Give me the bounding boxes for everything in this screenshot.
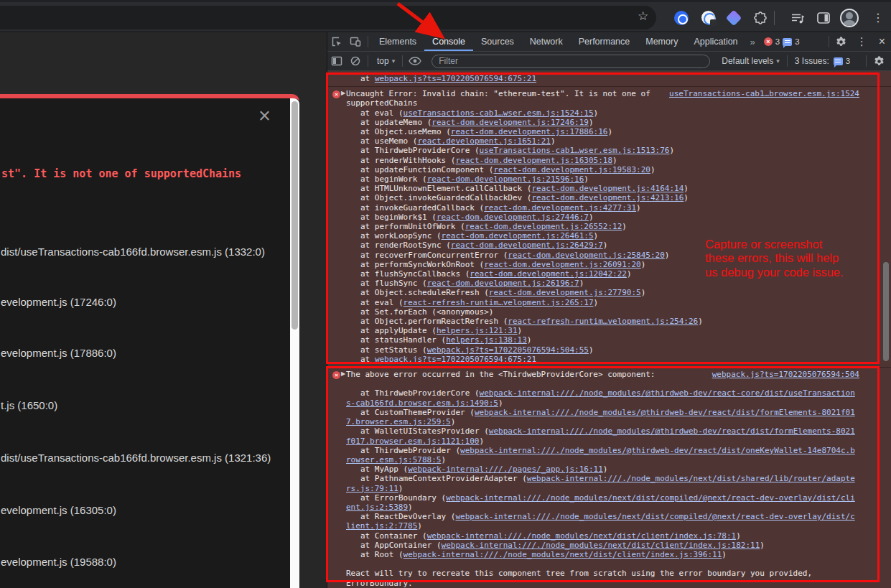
side-panel-icon[interactable] [817,12,830,24]
issues-bubble-icon [834,57,843,65]
error-count-badge[interactable]: × 3 3 [764,37,800,46]
tab-application[interactable]: Application [686,32,745,51]
toolbar-separator [866,55,867,67]
omnibox[interactable] [0,6,656,29]
browser-menu-kebab-icon[interactable]: ⋮ [872,11,884,25]
error-overlay-dialog: × st". It is not one of supportedChains … [0,94,299,588]
overlay-stack-frame: evelopment.js (19588:0) [1,556,116,568]
annotation-rect-1 [326,73,880,364]
message-bubble-icon [783,38,792,46]
chevron-down-icon: ▾ [392,57,396,65]
context-selector[interactable]: top [377,56,389,66]
console-settings-gear-icon[interactable] [869,52,888,70]
filter-input[interactable] [431,55,710,68]
overlay-stack-frame: evelopment.js (16305:0) [1,504,116,516]
annotation-note-line: Capture or screenshot [705,238,844,251]
error-badge-icon: × [764,37,773,46]
tab-sources[interactable]: Sources [473,32,522,51]
profile-avatar[interactable] [840,9,859,27]
tab-network[interactable]: Network [522,32,571,51]
toolbar-separator [787,55,788,67]
extensions-puzzle-icon[interactable] [753,11,768,25]
toolbar-separator [368,55,368,67]
overlay-stack-frame: dist/useTransactions-cab166fd.browser.es… [1,452,271,464]
browser-window: ☆ ⋮ × st". It is not one of supportedCha… [0,0,891,588]
inspect-icon[interactable] [327,32,346,51]
annotation-note-line: these errors, this will help [705,251,844,265]
clear-console-icon[interactable] [346,52,365,70]
toolbar-separator [368,36,368,47]
overlay-stack-frame: evelopment.js (17246:0) [1,296,116,308]
devtools-gear-icon[interactable] [832,32,851,51]
extension-diamond-icon[interactable] [726,10,742,27]
console-sidebar-icon[interactable] [327,52,346,70]
extension-blue-icon[interactable] [674,11,689,25]
tab-performance[interactable]: Performance [571,32,638,51]
overlay-stack-frame: evelopment.js (17886:0) [1,347,116,359]
playlist-icon[interactable] [790,13,805,24]
chevron-down-icon: ▾ [776,57,780,65]
annotation-arrow [388,0,452,40]
annotation-note: Capture or screenshotthese errors, this … [705,238,844,279]
toolbar-separator [829,36,829,47]
tabs-overflow-chevron[interactable]: » [746,37,760,47]
issues-label[interactable]: 3 Issues: [795,56,829,66]
console-scrollbar-thumb[interactable] [883,262,889,361]
annotation-note-line: us debug your code issue. [705,266,844,279]
bookmark-star-icon[interactable]: ☆ [638,9,648,24]
console-toolbar: top ▾ Default levels ▾ 3 Issues: 3 [327,52,891,71]
overlay-scrollbar[interactable] [290,98,299,588]
overlay-error-text: st". It is not one of supportedChains [1,167,241,180]
tab-memory[interactable]: Memory [638,32,686,51]
toolbar-separator [774,11,775,25]
extension-clock-icon[interactable] [701,11,715,24]
issues-count: 3 [846,57,850,65]
toolbar-separator [402,55,403,67]
device-toolbar-icon[interactable] [346,32,365,51]
default-levels-dropdown[interactable]: Default levels [722,56,773,66]
overlay-close-icon[interactable]: × [258,104,271,128]
devtools-close-icon[interactable]: × [873,35,891,48]
overlay-scrollbar-thumb[interactable] [291,101,298,330]
eye-icon[interactable] [406,52,424,70]
devtools-kebab-icon[interactable]: ⋮ [851,35,873,48]
overlay-stack-frame: dist/useTransactions-cab166fd.browser.es… [1,246,265,258]
annotation-rect-2 [326,366,880,582]
overlay-stack-frame: t.js (1650:0) [1,399,57,411]
